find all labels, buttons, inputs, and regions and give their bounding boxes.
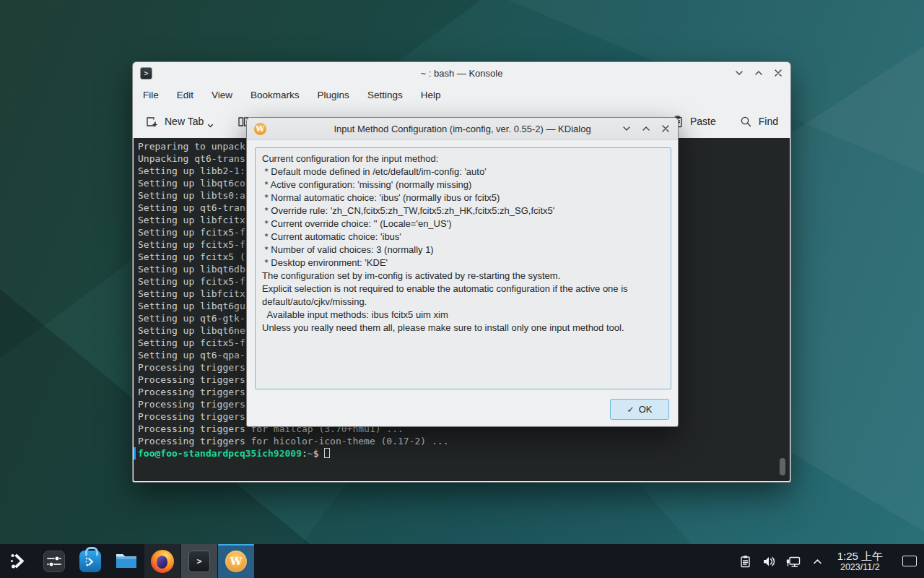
prompt-path: ~ (308, 448, 313, 459)
dialog-message-line: * Default mode defined in /etc/default/i… (262, 165, 664, 178)
dialog-message-line: Current configuration for the input meth… (262, 152, 664, 165)
new-tab-button[interactable]: New Tab (145, 115, 214, 129)
find-icon (739, 115, 753, 129)
dialog-message-line: * Normal automatic choice: 'ibus' (norma… (262, 191, 664, 204)
dialog-message-line: Unless you really need them all, please … (262, 322, 664, 335)
konsole-menubar: FileEditViewBookmarksPluginsSettingsHelp (133, 84, 790, 105)
paste-label: Paste (690, 116, 716, 127)
dolphin-icon[interactable] (108, 544, 144, 578)
prompt-symbol: $ (313, 448, 319, 459)
maximize-icon[interactable] (641, 124, 651, 134)
firefox-icon (151, 550, 174, 573)
kdialog-window-controls (622, 124, 671, 134)
close-icon[interactable] (773, 68, 783, 78)
menu-item[interactable]: Settings (367, 90, 403, 100)
kdialog-titlebar[interactable]: W Input Method Configuration (im-config,… (247, 118, 678, 140)
menu-item[interactable]: Bookmarks (250, 90, 300, 100)
new-tab-icon (145, 115, 159, 129)
dialog-message-line: * Active configuration: 'missing' (norma… (262, 178, 664, 191)
kickoff-launcher-icon[interactable] (0, 544, 36, 578)
dialog-message-line: * Override rule: 'zh_CN,fcitx5:zh_TW,fci… (262, 204, 664, 217)
task-konsole[interactable]: > (181, 544, 217, 578)
clock-time: 1:25 上午 (837, 550, 883, 562)
dialog-message-line: * Current override choice: '' (Locale='e… (262, 217, 664, 230)
menu-item[interactable]: Edit (177, 90, 193, 100)
kdialog-w-icon: W (254, 123, 266, 135)
konsole-titlebar[interactable]: > ~ : bash — Konsole (133, 62, 790, 84)
network-icon[interactable] (785, 554, 802, 569)
terminal-cursor (324, 448, 330, 458)
volume-icon[interactable] (762, 554, 776, 569)
expand-tray-icon[interactable] (811, 556, 824, 567)
konsole-icon-glyph: > (196, 556, 201, 566)
prompt-separator: : (302, 448, 308, 459)
menu-item[interactable]: View (212, 90, 232, 100)
dialog-message-line: * Current automatic choice: 'ibus' (262, 230, 664, 243)
dialog-message-line: * Number of valid choices: 3 (normally 1… (262, 243, 664, 256)
clipboard-icon[interactable] (738, 554, 752, 569)
system-settings-icon[interactable] (36, 544, 72, 578)
clock-date: 2023/11/2 (837, 562, 883, 572)
prompt-user-host: foo@foo-standardpcq35ich92009 (138, 448, 302, 459)
konsole-icon: > (140, 67, 152, 79)
dialog-message-line: The configuration set by im-config is ac… (262, 269, 664, 282)
menu-item[interactable]: Help (421, 90, 441, 100)
maximize-icon[interactable] (754, 68, 764, 78)
discover-icon[interactable] (72, 544, 108, 578)
check-icon: ✓ (627, 405, 635, 415)
terminal-line: Processing triggers for hicolor-icon-the… (138, 435, 790, 447)
find-label: Find (759, 116, 778, 127)
ok-button-label: OK (639, 404, 653, 415)
dialog-message-line: Explicit selection is not required to en… (262, 282, 664, 296)
menu-item[interactable]: Plugins (318, 90, 349, 100)
terminal-scrollbar[interactable] (780, 458, 785, 475)
dialog-message: Current configuration for the input meth… (255, 147, 671, 389)
dialog-message-line: * Desktop environment: 'KDE' (262, 256, 664, 269)
minimize-icon[interactable] (734, 68, 744, 78)
menu-item[interactable]: File (143, 90, 159, 100)
kdialog-window: W Input Method Configuration (im-config,… (246, 117, 679, 427)
chevron-down-icon (207, 124, 214, 129)
task-kdialog[interactable]: W (218, 544, 254, 578)
dialog-message-line: default/auto/cjkv/missing. (262, 296, 664, 309)
minimize-icon[interactable] (622, 124, 632, 134)
task-firefox[interactable] (144, 544, 180, 578)
kdialog-w-icon: W (225, 551, 247, 572)
system-tray: 1:25 上午 2023/11/2 (738, 550, 924, 573)
clock[interactable]: 1:25 上午 2023/11/2 (837, 550, 883, 573)
close-icon[interactable] (661, 124, 671, 134)
konsole-icon-glyph: > (144, 69, 148, 77)
konsole-window-controls (734, 68, 783, 78)
taskbar: > W 1:25 上午 2023/11/2 (0, 544, 924, 578)
kdialog-window-title: Input Method Configuration (im-config, v… (334, 124, 590, 134)
shell-prompt: foo@foo-standardpcq35ich92009:~$ (138, 447, 790, 460)
konsole-icon: > (188, 551, 210, 572)
dialog-message-line: Available input methods: ibus fcitx5 uim… (262, 309, 664, 322)
show-desktop-icon[interactable] (902, 556, 917, 566)
konsole-window-title: ~ : bash — Konsole (421, 68, 503, 79)
find-button[interactable]: Find (739, 115, 778, 129)
new-tab-label: New Tab (165, 116, 204, 127)
ok-button[interactable]: ✓ OK (610, 399, 669, 420)
